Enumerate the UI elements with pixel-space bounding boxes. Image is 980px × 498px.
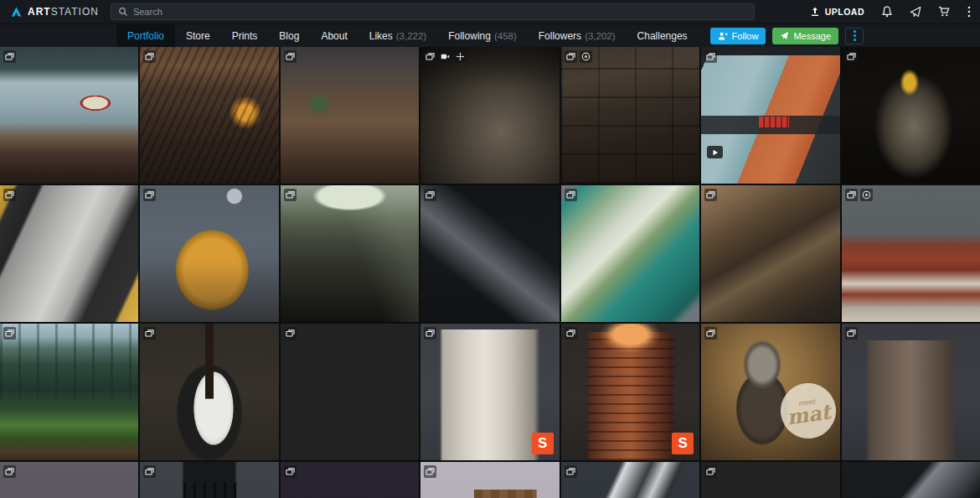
tile-type-icons (3, 465, 16, 478)
tile-type-icons (284, 50, 297, 63)
tab-label: Challenges (637, 30, 688, 42)
3d-view-icon (860, 189, 873, 201)
artwork-tile[interactable] (842, 324, 980, 460)
tab-blog[interactable]: Blog (268, 24, 310, 47)
tab-label: Blog (279, 30, 299, 42)
gallery-icon (284, 189, 297, 201)
artwork-tile[interactable] (140, 185, 278, 322)
artwork-tile[interactable] (0, 185, 138, 322)
artwork-tile[interactable] (842, 462, 980, 498)
gallery-icon (3, 327, 16, 340)
artstation-logo-icon (10, 6, 23, 18)
tab-count: (458) (494, 31, 517, 41)
artwork-tile[interactable] (420, 462, 559, 498)
tab-prints[interactable]: Prints (221, 24, 269, 47)
tile-type-icons (284, 189, 297, 201)
artwork-tile[interactable] (842, 185, 980, 322)
artwork-tile[interactable] (0, 47, 138, 184)
artstation-logo[interactable]: ARTSTATION (10, 6, 99, 18)
upload-icon (810, 7, 820, 17)
artwork-tile[interactable]: S (420, 324, 559, 460)
gallery-icon (565, 327, 577, 340)
tab-label: About (321, 30, 347, 42)
artwork-tile[interactable] (140, 324, 278, 460)
artwork-tile[interactable] (701, 462, 839, 498)
substance-badge: S (532, 433, 554, 454)
tile-type-icons (845, 50, 858, 63)
tile-type-icons (845, 327, 858, 340)
tile-type-icons (143, 327, 156, 340)
artwork-tile[interactable]: S (561, 324, 699, 460)
gallery-icon (424, 465, 436, 478)
gallery-icon (284, 465, 297, 478)
tab-challenges[interactable]: Challenges (627, 24, 699, 47)
cart-icon[interactable] (938, 6, 950, 18)
search-input[interactable] (133, 7, 747, 17)
artwork-tile[interactable] (140, 462, 278, 498)
artwork-tile[interactable] (561, 47, 699, 184)
artwork-tile[interactable] (842, 47, 980, 184)
tab-likes[interactable]: Likes(3,222) (358, 24, 437, 47)
follow-label: Follow (732, 31, 759, 41)
search-icon (118, 7, 128, 17)
artwork-tile[interactable] (0, 462, 138, 498)
gallery-icon (845, 327, 858, 340)
tab-following[interactable]: Following(458) (437, 24, 528, 47)
gallery-icon (143, 189, 156, 201)
logo-text-bold: ART (28, 6, 51, 18)
message-button[interactable]: Message (772, 28, 838, 44)
gallery-icon (845, 189, 858, 201)
tab-store[interactable]: Store (175, 24, 221, 47)
substance-badge: S (672, 433, 694, 454)
tab-about[interactable]: About (310, 24, 358, 47)
tile-type-icons (424, 465, 436, 478)
profile-navigation: PortfolioStorePrintsBlogAboutLikes(3,222… (0, 23, 980, 47)
artwork-tile[interactable] (0, 324, 138, 460)
tab-portfolio[interactable]: Portfolio (116, 24, 175, 47)
tab-followers[interactable]: Followers(3,202) (528, 24, 627, 47)
gallery-icon (704, 50, 717, 63)
artwork-tile[interactable] (140, 47, 278, 184)
artwork-tile[interactable] (561, 462, 699, 498)
gallery-icon (845, 50, 858, 63)
artwork-tile[interactable] (701, 47, 839, 184)
top-actions: UPLOAD (810, 6, 972, 18)
tile-type-icons (3, 50, 16, 63)
artwork-tile[interactable] (281, 47, 419, 184)
upload-button[interactable]: UPLOAD (810, 7, 864, 17)
artwork-tile[interactable] (561, 185, 699, 322)
tile-type-icons (704, 189, 717, 201)
tile-type-icons (565, 327, 577, 340)
artwork-tile[interactable] (281, 462, 419, 498)
notifications-bell-icon[interactable] (881, 6, 893, 18)
more-options-kebab-icon[interactable] (967, 6, 972, 18)
tile-type-icons (704, 50, 717, 63)
video-icon (439, 50, 451, 63)
gallery-icon (3, 50, 16, 63)
tab-label: Prints (232, 30, 258, 42)
profile-action-buttons: Follow Message (710, 24, 864, 47)
artwork-tile[interactable] (281, 324, 419, 460)
tile-type-icons (704, 465, 717, 478)
gallery-icon (424, 327, 436, 340)
artwork-tile[interactable] (420, 47, 559, 184)
tile-type-icons (143, 465, 156, 478)
gallery-icon (284, 50, 297, 63)
artwork-tile[interactable] (701, 185, 839, 322)
3d-view-icon (580, 50, 592, 63)
artwork-tile[interactable] (420, 185, 559, 322)
profile-tabs: PortfolioStorePrintsBlogAboutLikes(3,222… (116, 24, 699, 47)
tile-type-icons (845, 189, 873, 201)
tile-type-icons (704, 327, 717, 340)
tile-type-icons (565, 50, 592, 63)
upload-label: UPLOAD (825, 7, 864, 17)
tile-type-icons (143, 50, 156, 63)
artwork-tile[interactable]: meetmat (701, 324, 839, 460)
artwork-tile[interactable] (281, 185, 419, 322)
messages-send-icon[interactable] (910, 6, 921, 18)
play-decal-icon (707, 146, 723, 158)
follow-button[interactable]: Follow (710, 28, 766, 44)
profile-more-options-button[interactable] (845, 28, 864, 44)
meet-mat-badge: meetmat (776, 380, 839, 443)
search-bar[interactable] (111, 3, 755, 20)
